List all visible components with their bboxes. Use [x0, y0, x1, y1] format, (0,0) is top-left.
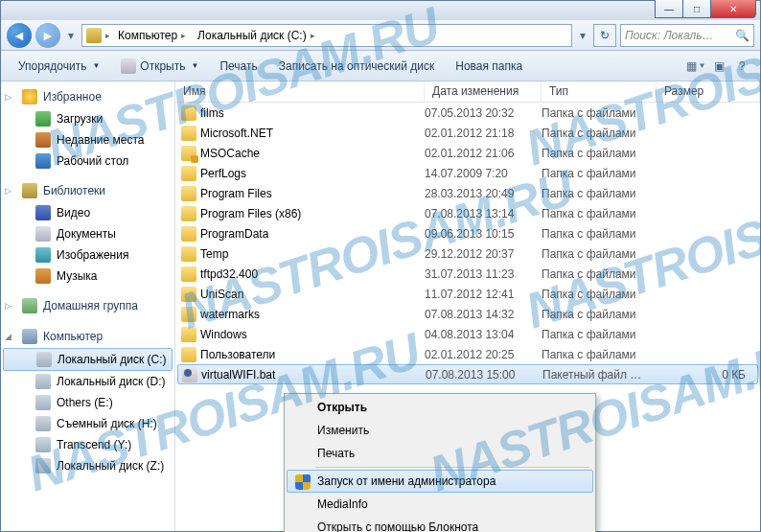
search-placeholder: Поиск: Локаль…	[625, 29, 714, 42]
sidebar-libraries[interactable]: ▷Библиотеки	[1, 179, 174, 202]
toolbar: Упорядочить▼ Открыть▼ Печать Записать на…	[1, 51, 760, 81]
file-name: Program Files (x86)	[200, 207, 301, 220]
header-date[interactable]: Дата изменения	[425, 81, 542, 102]
sidebar-drive-z[interactable]: Локальный диск (Z:)	[1, 455, 174, 476]
drive-icon	[35, 416, 51, 431]
folder-icon	[181, 287, 196, 302]
view-button[interactable]: ▦▼	[685, 56, 706, 77]
history-dropdown[interactable]: ▾	[64, 26, 78, 45]
ctx-edit[interactable]: Изменить	[287, 419, 593, 442]
drive-icon	[35, 374, 51, 389]
file-date: 09.06.2013 10:15	[425, 227, 542, 241]
new-folder-button[interactable]: Новая папка	[446, 56, 532, 77]
organize-button[interactable]: Упорядочить▼	[9, 56, 109, 77]
sidebar-recent[interactable]: Недавние места	[1, 129, 174, 150]
file-name: Windows	[200, 328, 247, 341]
sidebar-drive-y[interactable]: Transcend (Y:)	[1, 434, 174, 455]
file-date: 07.08.2013 13:14	[425, 207, 542, 220]
file-row[interactable]: Temp29.12.2012 20:37Папка с файлами	[175, 243, 760, 264]
address-bar[interactable]: ▸ Компьютер▸ Локальный диск (C:)▸	[81, 24, 572, 47]
column-headers[interactable]: Имя Дата изменения Тип Размер	[175, 81, 760, 103]
file-row[interactable]: virtualWIFI.bat07.08.2013 15:00Пакетный …	[177, 364, 758, 384]
file-row[interactable]: UniScan11.07.2012 12:41Папка с файлами	[175, 284, 760, 304]
file-type: Папка с файлами	[542, 247, 657, 261]
address-dropdown[interactable]: ▾	[576, 26, 589, 45]
minimize-button[interactable]: —	[655, 0, 683, 18]
header-name[interactable]: Имя	[175, 81, 425, 102]
homegroup-icon	[22, 298, 37, 313]
print-button[interactable]: Печать	[210, 56, 266, 77]
sidebar-videos[interactable]: Видео	[1, 202, 174, 223]
file-row[interactable]: watermarks07.08.2013 14:32Папка с файлам…	[175, 304, 760, 324]
sidebar-drive-c[interactable]: Локальный диск (C:)	[3, 348, 173, 371]
maximize-button[interactable]: □	[682, 0, 711, 18]
file-row[interactable]: Пользователи02.01.2012 20:25Папка с файл…	[175, 344, 760, 364]
sidebar-homegroup[interactable]: ▷Домашняя группа	[1, 294, 174, 317]
file-name: Program Files	[200, 187, 272, 200]
ctx-run-as-admin[interactable]: Запуск от имени администратора	[287, 470, 593, 493]
folder-icon	[181, 146, 196, 161]
file-name: tftpd32.400	[200, 267, 258, 281]
sidebar-computer[interactable]: ◢Компьютер	[1, 325, 174, 348]
drive-icon	[35, 395, 51, 410]
file-date: 02.01.2012 20:25	[425, 348, 542, 361]
sidebar-music[interactable]: Музыка	[1, 266, 174, 287]
sidebar-drive-e[interactable]: Others (E:)	[1, 392, 174, 413]
ctx-print[interactable]: Печать	[287, 442, 593, 465]
file-row[interactable]: Microsoft.NET02.01.2012 21:18Папка с фай…	[175, 123, 760, 143]
file-type: Папка с файлами	[542, 167, 657, 180]
ctx-mediainfo[interactable]: MediaInfo	[287, 493, 593, 516]
search-input[interactable]: Поиск: Локаль… 🔍	[620, 24, 754, 47]
sidebar-drive-h[interactable]: Съемный диск (H:)	[1, 413, 174, 434]
file-type: Папка с файлами	[542, 267, 657, 281]
ctx-notepad[interactable]: Открыть с помощью Блокнота	[287, 516, 593, 532]
file-row[interactable]: PerfLogs14.07.2009 7:20Папка с файлами	[175, 163, 760, 183]
open-button[interactable]: Открыть▼	[111, 55, 208, 78]
file-date: 07.08.2013 14:32	[425, 308, 542, 321]
sidebar-pictures[interactable]: Изображения	[1, 244, 174, 266]
file-row[interactable]: Windows04.08.2013 13:04Папка с файлами	[175, 324, 760, 344]
folder-icon	[181, 166, 196, 181]
drive-icon	[35, 458, 51, 474]
sidebar-desktop[interactable]: Рабочий стол	[1, 150, 174, 172]
header-type[interactable]: Тип	[542, 81, 657, 102]
file-type: Папка с файлами	[542, 227, 657, 241]
sidebar: ▷Избранное Загрузки Недавние места Рабоч…	[1, 81, 175, 531]
sidebar-drive-d[interactable]: Локальный диск (D:)	[1, 371, 174, 392]
context-menu: Открыть Изменить Печать Запуск от имени …	[284, 393, 596, 532]
file-type: Папка с файлами	[542, 308, 657, 321]
breadcrumb-segment[interactable]: Локальный диск (C:)▸	[194, 27, 319, 44]
preview-pane-button[interactable]: ▣	[708, 56, 729, 77]
burn-button[interactable]: Записать на оптический диск	[269, 56, 445, 77]
file-date: 02.01.2012 21:06	[425, 147, 542, 160]
close-button[interactable]: ✕	[710, 0, 756, 18]
file-row[interactable]: Program Files28.03.2013 20:49Папка с фай…	[175, 183, 760, 203]
help-button[interactable]: ?	[731, 56, 752, 77]
file-row[interactable]: ProgramData09.06.2013 10:15Папка с файла…	[175, 223, 760, 243]
file-type: Пакетный файл …	[542, 368, 657, 382]
recent-icon	[35, 132, 51, 148]
sidebar-favorites[interactable]: ▷Избранное	[1, 85, 174, 108]
folder-icon	[181, 327, 196, 342]
file-row[interactable]: tftpd32.40031.07.2013 11:23Папка с файла…	[175, 264, 760, 284]
file-date: 14.07.2009 7:20	[425, 167, 542, 180]
file-date: 31.07.2013 11:23	[425, 267, 542, 281]
folder-icon	[181, 226, 196, 242]
file-row[interactable]: Program Files (x86)07.08.2013 13:14Папка…	[175, 203, 760, 223]
file-row[interactable]: films07.05.2013 20:32Папка с файлами	[175, 103, 760, 123]
back-button[interactable]: ◄	[7, 23, 32, 48]
refresh-button[interactable]: ↻	[593, 24, 616, 47]
ctx-open[interactable]: Открыть	[287, 396, 593, 419]
sidebar-downloads[interactable]: Загрузки	[1, 108, 174, 129]
file-row[interactable]: MSOCache02.01.2012 21:06Папка с файлами	[175, 143, 760, 163]
breadcrumb-segment[interactable]: Компьютер▸	[114, 27, 190, 44]
file-type: Папка с файлами	[542, 348, 657, 361]
pictures-icon	[35, 247, 51, 263]
file-name: Пользователи	[200, 348, 275, 361]
titlebar: — □ ✕	[1, 1, 760, 20]
sidebar-documents[interactable]: Документы	[1, 223, 174, 244]
header-size[interactable]: Размер	[657, 81, 760, 102]
file-name: films	[200, 106, 224, 120]
forward-button[interactable]: ►	[35, 23, 60, 48]
drive-icon	[35, 437, 51, 452]
